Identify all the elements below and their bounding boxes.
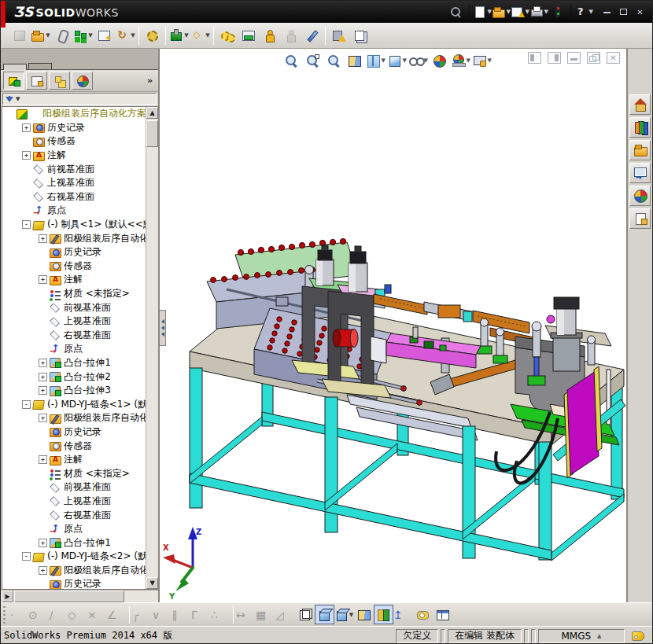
open-document[interactable]: ▼ <box>492 3 511 20</box>
tree-item[interactable]: + 阳极组装后序自动化方案 <box>2 231 146 245</box>
tree-item[interactable]: 前视基准面 <box>2 162 146 176</box>
expand-toggle[interactable]: + <box>39 275 47 284</box>
tree-item[interactable]: 原点 <box>2 342 146 356</box>
new-document[interactable]: ▼ <box>473 3 492 20</box>
tree-item[interactable]: 上视基准面 <box>2 495 146 509</box>
menu-item[interactable] <box>164 9 179 15</box>
tree-item[interactable]: 上视基准面 <box>2 315 146 329</box>
menu-item[interactable] <box>133 9 147 15</box>
rotate-component[interactable]: ▼ <box>115 25 136 46</box>
expand-toggle[interactable]: + <box>22 151 31 160</box>
apply-scene[interactable]: ▼ <box>452 51 470 69</box>
propertymanager-tab[interactable] <box>26 72 47 90</box>
design-checker[interactable]: ▼ <box>511 3 529 20</box>
tree-item[interactable]: + 阳极组装后序自动化方案 <box>2 564 146 578</box>
bill-of-materials[interactable]: ▼ <box>238 25 259 46</box>
next-window-button[interactable] <box>548 52 561 64</box>
tree-item[interactable]: 材质 <未指定> <box>2 287 146 301</box>
expand-toggle[interactable]: - <box>22 220 31 229</box>
scroll-up-button[interactable]: ▲ <box>146 107 158 119</box>
tree-item[interactable]: - (-) MD-YJ-链条<1> (默认 <box>2 397 146 411</box>
view-settings[interactable]: ▼ <box>473 51 492 69</box>
tree-item[interactable]: 原点 <box>2 522 146 536</box>
component-preview[interactable]: ▼ <box>94 25 115 46</box>
expand-toggle[interactable]: + <box>39 359 47 367</box>
section-view[interactable]: ▼ <box>345 51 364 69</box>
construction-points[interactable]: ∴ ▼ <box>211 605 231 624</box>
reference-plane[interactable]: ↥ ▼ <box>393 605 413 624</box>
new-motion-study[interactable]: ▼ <box>216 25 238 46</box>
hide-show-items[interactable]: ▼ <box>409 51 428 69</box>
design-library-tab[interactable] <box>629 117 651 138</box>
attachments[interactable]: ▼ <box>51 25 72 46</box>
sketch-fillet[interactable]: ╭ ▼ <box>132 605 152 624</box>
child-restore-button[interactable] <box>587 52 600 64</box>
tree-item[interactable]: 传感器 <box>2 439 146 453</box>
collision-detection[interactable]: ▼ <box>374 605 393 624</box>
title-bar[interactable]: ƷS SOLID WORKS ▼▼▼▼▼▼▼ ✕ <box>1 1 652 23</box>
open-component[interactable]: ▼ <box>30 25 51 46</box>
appearances-scenes-tab[interactable] <box>629 186 651 206</box>
tree-horizontal-scrollbar[interactable]: ◀ ▶ <box>2 590 158 602</box>
scroll-right-button[interactable]: ▶ <box>2 591 13 602</box>
tree-item[interactable]: - (-) MD-YJ-链条<2> (默认 <box>2 550 146 564</box>
menu-item[interactable] <box>212 9 226 15</box>
menu-item[interactable] <box>180 9 194 15</box>
tree-item[interactable]: + 注解 <box>2 273 146 287</box>
tree-item[interactable]: 传感器 <box>2 134 146 149</box>
file-explorer-tab[interactable] <box>629 140 651 160</box>
menu-item[interactable] <box>196 9 210 15</box>
scrollbar-thumb[interactable] <box>14 591 124 602</box>
tree-item[interactable]: 前视基准面 <box>2 480 146 495</box>
graphics-viewport[interactable]: ▼▼▼▼▼▼▼▼▼▼ ✕ <box>160 49 626 602</box>
tree-item[interactable]: - (-) 制具<1> (默认<<默认 <box>2 218 146 232</box>
tree-item[interactable]: + 凸台-拉伸1 <box>2 356 146 370</box>
appearance-preview[interactable]: ▼ <box>349 25 371 46</box>
expand-toggle[interactable]: + <box>39 455 47 464</box>
close-button[interactable]: ✕ <box>634 7 646 17</box>
tree-item[interactable]: + 凸台-拉伸1 <box>2 535 146 550</box>
tree-item[interactable]: + 注解 <box>2 453 146 467</box>
expand-toggle[interactable]: - <box>22 400 31 409</box>
sketch[interactable]: ▼ <box>301 25 323 46</box>
zoom-fit[interactable]: ▼ <box>282 51 301 69</box>
trim-entities[interactable]: × ▼ <box>87 605 107 624</box>
tree-item[interactable]: 历史记录 <box>2 425 146 440</box>
search-pin[interactable]: ▼ <box>447 3 466 20</box>
custom-properties-tab[interactable] <box>629 208 651 229</box>
previous-view[interactable]: ▼ <box>324 51 343 69</box>
parallel-relation[interactable]: ∥ ▼ <box>172 605 191 624</box>
minimize-button[interactable] <box>601 7 613 17</box>
tree-item[interactable]: 历史记录 <box>2 577 146 589</box>
view-orientation[interactable]: ▼ <box>367 51 386 69</box>
previous-window-button[interactable] <box>528 52 541 64</box>
line[interactable]: / ▼ <box>48 605 68 624</box>
tree-item[interactable]: 右视基准面 <box>2 329 146 343</box>
menu-item[interactable] <box>227 9 242 15</box>
displaymanager-tab[interactable] <box>72 72 93 90</box>
interference-detection[interactable]: ▼ <box>328 25 349 46</box>
smart-dimension[interactable]: ↔ ▼ <box>236 605 256 624</box>
child-minimize-button[interactable] <box>567 52 581 64</box>
display-style-menu[interactable]: ▼ <box>334 605 354 624</box>
expand-toggle[interactable]: + <box>39 386 47 395</box>
display-style[interactable]: ▼ <box>388 51 407 69</box>
insert-component[interactable]: ▼ <box>9 25 30 46</box>
expand-toggle[interactable]: - <box>22 552 31 561</box>
tree-item[interactable]: 右视基准面 <box>2 190 146 204</box>
tree-item[interactable]: 传感器 <box>2 259 146 274</box>
help[interactable]: ▼ <box>574 3 593 20</box>
expand-toggle[interactable]: + <box>39 234 47 243</box>
tree-item[interactable]: + 凸台-拉伸2 <box>2 370 146 384</box>
shaded-with-edges-display[interactable]: ▼ <box>315 605 334 624</box>
edit-appearance[interactable]: ▼ <box>430 51 449 69</box>
tree-item[interactable]: 历史记录 <box>2 245 146 259</box>
tree-vertical-scrollbar[interactable]: ▲ ▼ <box>146 107 158 589</box>
view-palette-tab[interactable] <box>629 163 651 183</box>
tree-item[interactable]: 上视基准面 <box>2 176 146 190</box>
point[interactable]: · ▼ <box>9 605 28 624</box>
restore-button[interactable] <box>618 7 629 17</box>
chevron-down-icon[interactable]: ▼ <box>16 96 20 102</box>
measure[interactable]: ▼ <box>413 605 433 624</box>
exploded-view[interactable]: ▼ <box>259 25 280 46</box>
